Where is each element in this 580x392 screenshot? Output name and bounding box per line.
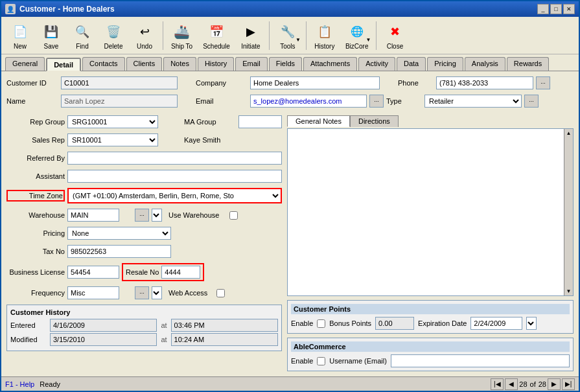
- help-link[interactable]: F1 - Help: [5, 380, 34, 388]
- initiate-label: Initiate: [241, 43, 260, 50]
- main-body: Rep Group SRG10001 MA Group Sales Rep SR…: [6, 115, 574, 371]
- tab-clients[interactable]: Clients: [126, 57, 163, 71]
- expiration-date-field[interactable]: [470, 317, 522, 330]
- history-button[interactable]: 📋 History: [310, 19, 340, 52]
- phone-label: Phone: [398, 79, 434, 87]
- phone-dots-button[interactable]: ···: [536, 76, 550, 89]
- expiration-date-dropdown[interactable]: [526, 317, 537, 330]
- referred-by-label: Referred By: [6, 154, 65, 162]
- phone-field[interactable]: [436, 76, 533, 89]
- pricing-select[interactable]: None: [67, 227, 171, 240]
- modified-time-field: [171, 333, 278, 346]
- frequency-dots-button[interactable]: ···: [135, 286, 149, 299]
- tab-contacts[interactable]: Contacts: [82, 57, 124, 71]
- tools-button[interactable]: 🔧 Tools ▼: [273, 19, 303, 52]
- current-page: 28: [519, 380, 527, 388]
- tab-rewards[interactable]: Rewards: [507, 57, 549, 71]
- email-dots-button[interactable]: ···: [369, 95, 384, 108]
- assistant-field[interactable]: [67, 170, 282, 183]
- page-separator: of: [530, 380, 536, 388]
- tab-notes[interactable]: Notes: [163, 57, 196, 71]
- cp-enable-checkbox[interactable]: [317, 319, 325, 328]
- use-warehouse-checkbox[interactable]: [229, 211, 238, 220]
- time-zone-select[interactable]: (GMT +01:00) Amsterdam, Berlin, Bern, Ro…: [69, 189, 281, 202]
- main-tabs: General Detail Contacts Clients Notes Hi…: [1, 54, 579, 71]
- warehouse-dropdown[interactable]: [152, 209, 162, 222]
- title-bar: 👤 Customer - Home Dealers _ □ ✕: [1, 1, 579, 17]
- tab-fields[interactable]: Fields: [269, 57, 302, 71]
- rep-group-select[interactable]: SRG10001: [67, 115, 158, 128]
- email-field[interactable]: [250, 95, 367, 108]
- sales-rep-select[interactable]: SR10001: [67, 133, 158, 146]
- tab-attachments[interactable]: Attachments: [303, 57, 357, 71]
- username-field[interactable]: [391, 354, 570, 367]
- tab-history[interactable]: History: [198, 57, 234, 71]
- bizcore-button[interactable]: 🌐 BizCore ▼: [341, 19, 373, 52]
- tab-pricing[interactable]: Pricing: [427, 57, 463, 71]
- name-field[interactable]: [61, 95, 178, 108]
- tab-activity[interactable]: Activity: [358, 57, 395, 71]
- business-license-field[interactable]: [67, 266, 119, 279]
- company-field[interactable]: [250, 76, 380, 89]
- maximize-button[interactable]: □: [550, 4, 562, 14]
- ma-group-field[interactable]: [238, 115, 282, 128]
- save-button[interactable]: 💾 Save: [36, 19, 66, 52]
- status-text: Ready: [40, 380, 60, 388]
- close-button[interactable]: ✕: [563, 4, 575, 14]
- close-button[interactable]: ✖ Close: [380, 19, 410, 52]
- general-notes-tab[interactable]: General Notes: [287, 115, 350, 127]
- bonus-points-field[interactable]: [375, 317, 414, 330]
- warehouse-field[interactable]: [67, 209, 119, 222]
- modified-row: Modified at: [10, 333, 278, 346]
- minimize-button[interactable]: _: [537, 4, 549, 14]
- total-pages: 28: [539, 380, 546, 388]
- referred-by-field[interactable]: [67, 152, 282, 165]
- last-page-button[interactable]: ▶|: [562, 378, 575, 390]
- prev-page-button[interactable]: ◀: [505, 378, 518, 390]
- warehouse-dots-button[interactable]: ···: [135, 209, 149, 222]
- delete-button[interactable]: 🗑️ Delete: [99, 19, 128, 52]
- directions-tab[interactable]: Directions: [350, 115, 399, 127]
- web-access-label: Web Access: [168, 289, 214, 297]
- ship-to-label: Ship To: [171, 43, 192, 50]
- frequency-dropdown[interactable]: [152, 286, 162, 299]
- navigation-controls: |◀ ◀ 28 of 28 ▶ ▶|: [491, 378, 575, 390]
- tab-detail[interactable]: Detail: [46, 58, 81, 71]
- type-dots-button[interactable]: ···: [524, 95, 539, 108]
- initiate-button[interactable]: ▶ Initiate: [236, 19, 266, 52]
- notes-scrollbar[interactable]: ▲ ▼: [564, 129, 573, 295]
- tab-email[interactable]: Email: [235, 57, 268, 71]
- ship-to-button[interactable]: 🚢 Ship To: [167, 19, 197, 52]
- customer-id-field[interactable]: [61, 76, 178, 89]
- ac-enable-checkbox[interactable]: [317, 357, 325, 365]
- page-info: 28 of 28: [519, 380, 546, 388]
- bizcore-icon: 🌐: [347, 21, 367, 42]
- toolbar-separator-1: [163, 21, 163, 50]
- undo-button[interactable]: ↩ Undo: [130, 19, 159, 52]
- notes-textarea[interactable]: [288, 129, 564, 295]
- find-label: Find: [76, 43, 88, 50]
- type-select[interactable]: Retailer: [424, 95, 522, 108]
- find-button[interactable]: 🔍 Find: [67, 19, 97, 52]
- tab-general[interactable]: General: [5, 57, 45, 71]
- web-access-checkbox[interactable]: [216, 289, 225, 297]
- resale-no-field[interactable]: [161, 266, 200, 279]
- modified-label: Modified: [10, 336, 46, 343]
- save-label: Save: [44, 43, 59, 50]
- entered-time-field: [171, 319, 278, 332]
- tab-analysis[interactable]: Analysis: [465, 57, 505, 71]
- schedule-button[interactable]: 📅 Schedule: [198, 19, 235, 52]
- frequency-field[interactable]: [67, 286, 119, 299]
- first-page-button[interactable]: |◀: [491, 378, 504, 390]
- next-page-button[interactable]: ▶: [548, 378, 561, 390]
- new-button[interactable]: 📄 New: [5, 19, 35, 52]
- tax-no-field[interactable]: [67, 245, 171, 258]
- toolbar: 📄 New 💾 Save 🔍 Find 🗑️ Delete ↩ Undo 🚢 S…: [1, 17, 579, 54]
- name-label: Name: [6, 97, 58, 105]
- entered-label: Entered: [10, 321, 46, 329]
- delete-label: Delete: [104, 43, 123, 50]
- tab-data[interactable]: Data: [397, 57, 426, 71]
- cp-enable-label: Enable: [291, 319, 313, 327]
- customer-history-section: Customer History Entered at Modified at: [6, 305, 282, 351]
- tax-no-label: Tax No: [6, 248, 65, 255]
